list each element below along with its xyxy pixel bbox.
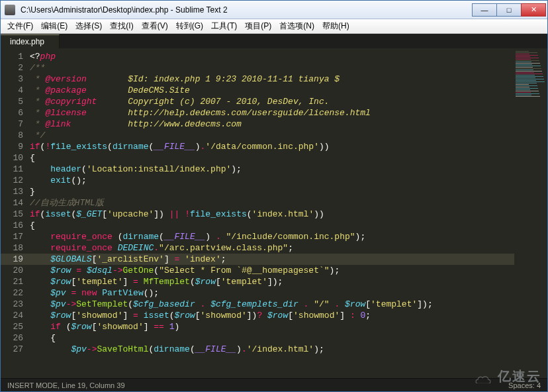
code-line[interactable]: exit();	[30, 175, 514, 186]
maximize-button[interactable]: □	[496, 3, 522, 17]
code-line[interactable]: $row['templet'] = MfTemplet($row['temple…	[30, 276, 514, 287]
line-number[interactable]: 14	[1, 197, 23, 209]
code-line[interactable]: if(!file_exists(dirname(__FILE__).'/data…	[30, 141, 514, 152]
line-number[interactable]: 22	[1, 287, 23, 299]
gutter[interactable]: 1234567891011121314151617181920212223242…	[1, 48, 30, 378]
menu-find[interactable]: 查找(I)	[106, 19, 137, 33]
code-area[interactable]: <?php/** * @version $Id: index.php 1 9:2…	[30, 48, 514, 378]
line-number[interactable]: 27	[1, 344, 23, 355]
line-number[interactable]: 15	[1, 209, 23, 220]
line-number[interactable]: 18	[1, 242, 23, 254]
code-line[interactable]: */	[30, 130, 514, 141]
line-number[interactable]: 10	[1, 152, 23, 164]
menu-goto[interactable]: 转到(G)	[172, 19, 207, 33]
line-number[interactable]: 9	[1, 141, 23, 152]
code-line[interactable]: * @package DedeCMS.Site	[30, 85, 514, 96]
line-number[interactable]: 25	[1, 321, 23, 332]
line-number[interactable]: 8	[1, 130, 23, 141]
line-number[interactable]: 16	[1, 220, 23, 231]
code-line[interactable]: if ($row['showmod'] == 1)	[30, 321, 514, 332]
menu-select[interactable]: 选择(S)	[71, 19, 106, 33]
code-line[interactable]: require_once (dirname(__FILE__) . "/incl…	[30, 231, 514, 242]
minimize-button[interactable]: —	[472, 3, 497, 17]
code-line[interactable]: $row['showmod'] = isset($row['showmod'])…	[30, 310, 514, 321]
line-number[interactable]: 1	[1, 51, 23, 62]
code-line[interactable]: {	[30, 332, 514, 344]
line-number[interactable]: 23	[1, 299, 23, 310]
app-window: C:\Users\Administrator\Desktop\index.php…	[0, 0, 548, 392]
code-line[interactable]: $row = $dsql->GetOne("Select * From `#@_…	[30, 265, 514, 276]
menu-help[interactable]: 帮助(H)	[318, 19, 353, 33]
menu-tools[interactable]: 工具(T)	[207, 19, 241, 33]
line-number[interactable]: 19	[1, 254, 30, 265]
tab-label: index.php	[10, 37, 44, 46]
code-line[interactable]: {	[30, 152, 514, 164]
code-line[interactable]: }	[30, 186, 514, 197]
statusbar: INSERT MODE, Line 19, Column 39 Spaces: …	[1, 378, 547, 391]
watermark: 亿速云	[474, 368, 541, 385]
minimap[interactable]	[514, 48, 547, 378]
line-number[interactable]: 2	[1, 62, 23, 74]
editor[interactable]: 1234567891011121314151617181920212223242…	[1, 48, 547, 378]
code-line[interactable]: * @license http://help.dedecms.com/users…	[30, 107, 514, 119]
code-line[interactable]: require_once DEDEINC."/arc.partview.clas…	[30, 242, 514, 254]
line-number[interactable]: 17	[1, 231, 23, 242]
line-number[interactable]: 21	[1, 276, 23, 287]
code-line[interactable]: header('Location:install/index.php');	[30, 164, 514, 175]
code-line[interactable]: {	[30, 220, 514, 231]
line-number[interactable]: 24	[1, 310, 23, 321]
menu-view[interactable]: 查看(V)	[138, 19, 172, 33]
line-number[interactable]: 12	[1, 175, 23, 186]
titlebar[interactable]: C:\Users\Administrator\Desktop\index.php…	[1, 1, 547, 19]
line-number[interactable]: 13	[1, 186, 23, 197]
cloud-icon	[474, 371, 492, 383]
menubar: 文件(F) 编辑(E) 选择(S) 查找(I) 查看(V) 转到(G) 工具(T…	[1, 19, 547, 34]
status-left: INSERT MODE, Line 19, Column 39	[7, 381, 125, 389]
code-line[interactable]: $pv = new PartView();	[30, 287, 514, 299]
code-line[interactable]: /**	[30, 62, 514, 74]
menu-file[interactable]: 文件(F)	[3, 19, 37, 33]
code-line[interactable]: $GLOBALS['_arclistEnv'] = 'index';	[30, 254, 514, 265]
code-line[interactable]: $pv->SetTemplet($cfg_basedir . $cfg_temp…	[30, 299, 514, 310]
code-line[interactable]: //自动生成HTML版	[30, 197, 514, 209]
window-title: C:\Users\Administrator\Desktop\index.php…	[19, 5, 473, 15]
tabbar: index.php	[1, 34, 547, 48]
code-line[interactable]: $pv->SaveToHtml(dirname(__FILE__).'/inde…	[30, 344, 514, 355]
code-line[interactable]: * @link http://www.dedecms.com	[30, 119, 514, 130]
window-controls: — □ ✕	[473, 3, 546, 17]
line-number[interactable]: 4	[1, 85, 23, 96]
line-number[interactable]: 20	[1, 265, 23, 276]
menu-prefs[interactable]: 首选项(N)	[275, 19, 318, 33]
code-line[interactable]: if(isset($_GET['upcache']) || !file_exis…	[30, 209, 514, 220]
menu-project[interactable]: 项目(P)	[241, 19, 275, 33]
line-number[interactable]: 11	[1, 164, 23, 175]
line-number[interactable]: 3	[1, 74, 23, 85]
line-number[interactable]: 5	[1, 96, 23, 107]
tab-index-php[interactable]: index.php	[1, 34, 60, 48]
close-button[interactable]: ✕	[521, 3, 546, 17]
menu-edit[interactable]: 编辑(E)	[37, 19, 71, 33]
code-line[interactable]: * @version $Id: index.php 1 9:23 2010-11…	[30, 74, 514, 85]
code-line[interactable]: <?php	[30, 51, 514, 62]
line-number[interactable]: 7	[1, 119, 23, 130]
watermark-text: 亿速云	[498, 369, 541, 383]
app-icon	[5, 5, 15, 15]
code-line[interactable]: * @copyright Copyright (c) 2007 - 2010, …	[30, 96, 514, 107]
line-number[interactable]: 6	[1, 107, 23, 119]
line-number[interactable]: 26	[1, 332, 23, 344]
